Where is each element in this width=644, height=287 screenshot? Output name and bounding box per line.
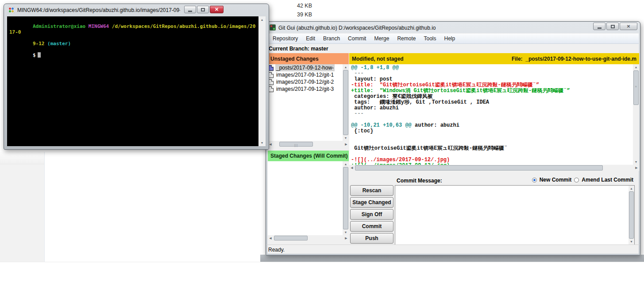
menu-repository[interactable]: Repository [269,34,302,43]
minimize-button[interactable] [184,6,196,13]
maximize-icon [201,8,205,12]
scroll-right-icon[interactable]: ▶ [343,141,349,147]
staged-changes-header: Staged Changes (Will Commit) [268,151,349,161]
scrollbar-thumb[interactable] [629,191,634,239]
desktop: 42 KB 39 KB Git Gui (abuzhi.github.io) D… [0,0,644,287]
file-row[interactable]: images/2017-09-12/git-1 [268,71,349,78]
untracked-file-icon[interactable] [269,86,274,92]
modified-file-icon[interactable] [269,65,274,71]
minimize-icon [188,11,192,12]
untracked-file-icon[interactable] [269,79,274,85]
scrollbar-thumb[interactable] [343,70,348,135]
menu-commit[interactable]: Commit [344,34,370,43]
diff-content: @@ -1,8 +1,8 @@ --- layout: post-title: … [351,65,631,165]
unstaged-list[interactable]: _posts/2017-09-12-how-images/2017-09-12/… [268,64,349,141]
scrollbar-thumb[interactable]: ≡ [633,70,639,105]
scroll-up-icon[interactable]: ▲ [629,187,634,190]
diff-line: -![](../images/2017-09-12/.jpg) [351,157,631,163]
diff-horizontal-scrollbar[interactable]: ◀ ▶ [349,165,639,171]
push-button[interactable]: Push [350,233,393,244]
amend-last-commit-label: Amend Last Commit [582,177,633,183]
scroll-right-icon[interactable]: ▶ [343,235,349,241]
scroll-left-icon[interactable]: ◀ [268,235,273,241]
maximize-button[interactable] [197,6,209,13]
scroll-left-icon[interactable]: ◀ [349,165,355,171]
scroll-down-icon[interactable]: ▼ [343,136,349,140]
file-row[interactable]: images/2017-09-12/git-2 [268,78,349,85]
menu-edit[interactable]: Edit [302,34,319,43]
terminal-scrollbar[interactable]: ▲ ▼ [258,16,266,146]
scroll-down-icon[interactable]: ▼ [343,231,349,234]
scrollbar-thumb[interactable] [274,236,308,240]
new-commit-radio[interactable] [532,178,537,182]
menu-help[interactable]: Help [440,34,459,43]
explorer-divider [0,262,644,262]
window-title: Git Gui (abuzhi.github.io) D:/workspaces… [278,25,587,31]
file-row[interactable]: images/2017-09-12/git-3 [268,85,349,93]
maximize-button[interactable] [606,23,619,30]
file-name: images/2017-09-12/git-1 [275,71,335,78]
diff-line: categories: 寮€鍙戝伐鍏风被 [351,94,631,100]
unstaged-horizontal-scrollbar[interactable]: ◀ ||| ▶ [268,141,349,147]
diff-pane[interactable]: @@ -1,8 +1,8 @@ --- layout: post-title: … [349,64,639,165]
minimize-button[interactable] [593,23,605,30]
terminal-console[interactable]: Administrator@xiao MINGW64 /d/workspaces… [7,16,266,146]
staged-vertical-scrollbar[interactable]: ▲ ▼ [343,161,349,235]
sign-off-button[interactable]: Sign Off [350,209,393,220]
scrollbar-thumb[interactable] [355,165,603,171]
status-bar: Ready. [266,244,640,255]
diff-line: Git锛圱ortoiseGit鍙奊it锛塂E宸ュ叿浣跨敤-鐩稿叧閰嶇疆¨ [351,146,631,151]
diff-line: author: abuzhi [351,105,631,111]
commit-message-scrollbar[interactable]: ▲ ▼ [629,186,634,244]
close-button[interactable]: ✕ [620,23,637,30]
menu-merge[interactable]: Merge [370,34,393,43]
scroll-up-icon[interactable]: ▲ [343,66,349,69]
diff-line: --- [351,111,631,117]
diff-line: @@ -10,21 +10,63 @@ author: abuzhi [351,123,631,128]
menu-bar: RepositoryEditBranchCommitMergeRemoteToo… [267,34,639,44]
untracked-file-icon[interactable] [269,72,274,78]
diff-line [351,140,631,146]
diff-vertical-scrollbar[interactable]: ▲ ≡ ▼ [633,64,639,165]
rescan-button[interactable]: Rescan [350,185,393,196]
explorer-nav-pane [0,152,45,262]
amend-last-commit-radio[interactable] [574,178,579,182]
prompt-symbol: $ [33,52,36,58]
close-button[interactable]: ✕ [210,6,224,13]
new-commit-label: New Commit [540,177,572,183]
window-controls: ✕ [593,23,637,30]
prompt-user: Administrator@xiao [33,23,85,29]
scroll-up-icon[interactable]: ▲ [633,66,639,69]
staged-list[interactable] [268,161,349,235]
close-icon: ✕ [215,7,219,12]
staged-horizontal-scrollbar[interactable]: ◀ ▶ [268,235,349,241]
commit-message-input[interactable]: ▲ ▼ [395,185,635,245]
scroll-up-icon[interactable]: ▲ [343,163,349,166]
commit-type-radios: New Commit Amend Last Commit [532,177,633,183]
prompt-path-wrap: 9-12 [33,41,45,47]
file-name: _posts/2017-09-12-how- [275,64,335,71]
scrollbar-thumb[interactable] [343,167,348,229]
scroll-down-icon[interactable]: ▼ [633,160,639,163]
scroll-up-icon[interactable]: ▲ [258,18,266,21]
unstaged-changes-header: Unstaged Changes [268,53,349,64]
file-size-label: 42 KB [290,3,312,9]
unstaged-vertical-scrollbar[interactable]: ▲ ▼ [343,64,349,141]
menu-branch[interactable]: Branch [319,34,344,43]
diff-line: tags: 鐗堟湰鎺у埗, Git ,TortoiseGit , IDEA [351,100,631,105]
menu-remote[interactable]: Remote [393,34,420,43]
git-gui-window: Git Gui (abuzhi.github.io) D:/workspaces… [266,21,640,256]
close-icon: ✕ [627,24,630,29]
file-size-label: 39 KB [290,12,312,18]
explorer-bottom-strip [260,255,644,262]
window-title: MINGW64:/d/workspaces/GitRepos/abuzhi.gi… [17,7,180,13]
diff-line: -title: "Git锛圱ortoiseGit鍙奊it锛塂E宸ュ叿浣跨敤-鐩稿… [351,82,631,88]
stage-changed-button[interactable]: Stage Changed [350,197,393,208]
scroll-right-icon[interactable]: ▶ [634,165,639,171]
file-row[interactable]: _posts/2017-09-12-how- [268,64,349,71]
scroll-down-icon[interactable]: ▼ [258,141,266,144]
menu-tools[interactable]: Tools [420,34,440,43]
scroll-down-icon[interactable]: ▼ [629,240,634,243]
commit-button[interactable]: Commit [350,221,393,232]
scrollbar-thumb[interactable]: ||| [279,142,313,147]
